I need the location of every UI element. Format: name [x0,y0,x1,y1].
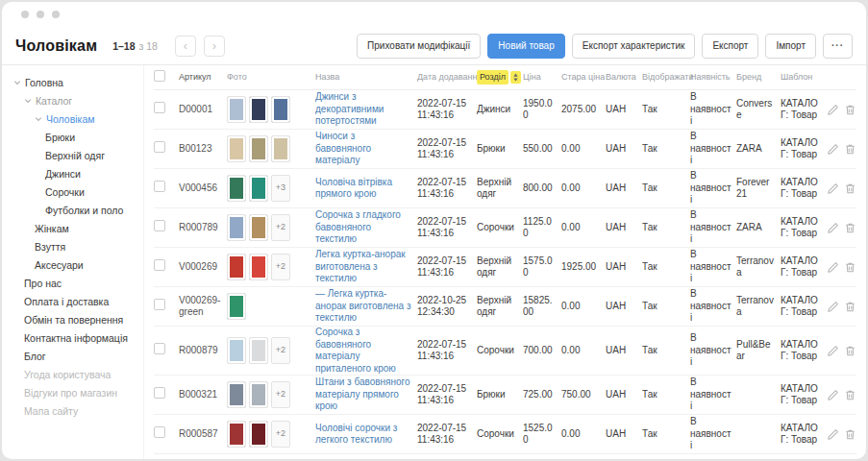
row-checkbox[interactable] [154,259,165,271]
sidebar-item-briuky[interactable]: Брюки [2,128,143,146]
sidebar-item-bloh[interactable]: Блог [2,347,143,365]
prev-page-button[interactable]: ‹ [175,36,196,57]
chevron-down-icon[interactable] [35,115,42,123]
product-name-link[interactable]: Чоловіча вітрівка прямого крою [315,177,392,200]
new-product-button[interactable]: Новий товар [487,34,564,59]
product-photo[interactable] [271,96,290,123]
sidebar-item-verkhnii-odiah[interactable]: Верхній одяг [2,146,143,164]
row-checkbox[interactable] [154,343,165,354]
window-control-dot[interactable] [52,11,60,18]
export-button[interactable]: Експорт [702,34,758,59]
sidebar-item-uhoda-korystuvacha[interactable]: Угода користувача [2,365,143,383]
column-header-brand[interactable]: Бренд [736,72,781,83]
product-photo[interactable] [249,175,268,202]
row-checkbox[interactable] [154,141,165,153]
edit-icon[interactable] [827,389,839,401]
next-page-button[interactable]: › [204,36,225,57]
column-header-display[interactable]: Відображати [642,72,690,83]
sidebar-item-aksesuary[interactable]: Аксесуари [2,255,143,274]
sort-icon[interactable] [512,73,519,82]
sidebar-item-kataloh[interactable]: Каталог [2,91,143,109]
column-header-section[interactable]: Розділ [477,70,523,85]
product-photo[interactable] [249,381,268,408]
edit-icon[interactable] [827,182,839,195]
edit-icon[interactable] [827,301,839,313]
product-name-link[interactable]: Джинси з декоративними потертостями [315,91,384,126]
column-header-price[interactable]: Ціна [523,72,561,83]
sidebar-item-vidhuky-pro-mahazyn[interactable]: Відгуки про магазин [2,383,143,401]
sidebar-item-oplata-i-dostavka[interactable]: Оплата і доставка [2,292,143,310]
product-photo[interactable] [227,175,246,202]
product-name-link[interactable]: Штани з бавовняного матеріалу прямого кр… [315,376,410,411]
sidebar-item-mapa-saitu[interactable]: Мапа сайту [2,401,143,420]
delete-icon[interactable] [844,104,856,116]
sidebar-item-vzuttia[interactable]: Взуття [2,237,143,255]
column-header-old_price[interactable]: Стара ціна [561,72,606,83]
product-photo[interactable] [227,381,246,408]
delete-icon[interactable] [844,261,856,274]
edit-icon[interactable] [827,143,839,156]
chevron-down-icon[interactable] [13,79,21,86]
more-photos-badge[interactable]: +2 [271,254,290,280]
column-header-template[interactable]: Шаблон [781,72,825,83]
product-name-link[interactable]: Чоловічі сорочки з легкого текстилю [315,423,397,446]
edit-icon[interactable] [827,104,839,116]
product-photo[interactable] [227,135,246,162]
delete-icon[interactable] [844,143,856,156]
column-header-currency[interactable]: Валюта [606,72,642,83]
product-photo[interactable] [227,96,246,123]
delete-icon[interactable] [844,428,856,441]
delete-icon[interactable] [844,222,856,234]
product-photo[interactable] [249,214,268,241]
more-actions-button[interactable]: ··· [823,34,853,59]
product-name-link[interactable]: Сорочка з гладкого бавовняного текстилю [315,209,401,244]
more-photos-badge[interactable]: +2 [271,381,290,408]
delete-icon[interactable] [844,182,856,195]
product-photo[interactable] [249,254,268,280]
product-photo[interactable] [249,337,268,364]
row-checkbox[interactable] [154,426,165,438]
column-header-sku[interactable]: Артикул [179,72,227,83]
row-checkbox[interactable] [154,299,165,310]
more-photos-badge[interactable]: +2 [271,337,290,364]
delete-icon[interactable] [844,345,856,357]
column-header-stock[interactable]: Наявність [690,72,736,83]
sidebar-item-pro-nas[interactable]: Про нас [2,274,143,292]
hide-modifications-button[interactable]: Приховати модифікації [357,34,481,59]
product-photo[interactable] [271,135,290,162]
more-photos-badge[interactable]: +3 [271,175,290,202]
sidebar-item-obmin-ta-povernennia[interactable]: Обмін та повернення [2,310,143,328]
more-photos-badge[interactable]: +2 [271,421,290,448]
window-control-dot[interactable] [37,11,44,18]
edit-icon[interactable] [827,222,839,234]
select-all-checkbox[interactable] [154,70,165,82]
export-characteristics-button[interactable]: Експорт характеристик [572,34,696,59]
product-photo[interactable] [227,254,246,280]
product-photo[interactable] [249,96,268,123]
product-photo[interactable] [227,337,246,364]
product-photo[interactable] [227,214,246,241]
row-checkbox[interactable] [154,102,165,113]
edit-icon[interactable] [827,345,839,357]
row-checkbox[interactable] [154,181,165,192]
sidebar-item-futbolky-y-polo[interactable]: Футболки и поло [2,201,143,219]
window-control-dot[interactable] [21,11,29,18]
product-name-link[interactable]: Сорочка з бавовняного матеріалу притален… [315,327,396,374]
column-header-name[interactable]: Назва [315,72,417,83]
sidebar-item-dzhynsy[interactable]: Джинси [2,164,143,182]
product-photo[interactable] [227,293,246,320]
product-photo[interactable] [227,421,246,448]
chevron-down-icon[interactable] [24,97,32,105]
product-photo[interactable] [249,421,268,448]
sidebar-item-sorochky[interactable]: Сорочки [2,182,143,201]
sidebar-item-cholovikam[interactable]: Чоловікам [2,109,143,128]
product-name-link[interactable]: Чиноси з бавовняного матеріалу [315,131,371,165]
sidebar-item-holovna[interactable]: Головна [2,73,143,91]
edit-icon[interactable] [827,428,839,441]
delete-icon[interactable] [844,301,856,313]
column-header-date[interactable]: Дата додавання [417,72,477,83]
row-checkbox[interactable] [154,387,165,399]
product-name-link[interactable]: Легка куртка-анорак виготовлена з тексти… [315,249,406,283]
product-name-link[interactable]: — Легка куртка-анорак виготовлена з текс… [315,288,411,323]
import-button[interactable]: Імпорт [765,34,816,59]
